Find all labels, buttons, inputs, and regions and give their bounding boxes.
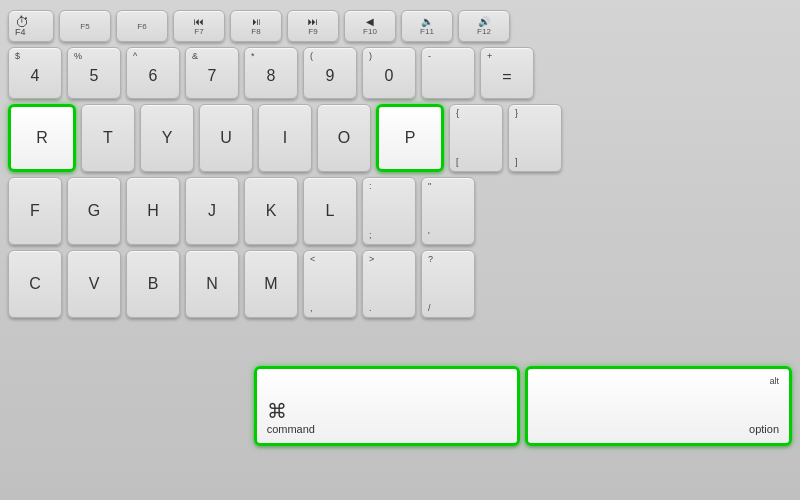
key-r[interactable]: R xyxy=(8,104,76,172)
key-0[interactable]: ) 0 xyxy=(362,47,416,99)
key-f12[interactable]: 🔊 F12 xyxy=(458,10,510,42)
command-label: command xyxy=(267,423,315,435)
key-5[interactable]: % 5 xyxy=(67,47,121,99)
key-j[interactable]: J xyxy=(185,177,239,245)
key-u[interactable]: U xyxy=(199,104,253,172)
key-f7[interactable]: ⏮ F7 xyxy=(173,10,225,42)
key-m[interactable]: M xyxy=(244,250,298,318)
key-quote[interactable]: " ' xyxy=(421,177,475,245)
option-label: option xyxy=(749,423,779,435)
key-f[interactable]: F xyxy=(8,177,62,245)
number-row: $ 4 % 5 ^ 6 & 7 * 8 ( 9 ) 0 - xyxy=(8,47,792,99)
key-6[interactable]: ^ 6 xyxy=(126,47,180,99)
key-command[interactable]: ⌘ command xyxy=(254,366,521,446)
key-minus[interactable]: - xyxy=(421,47,475,99)
key-lbracket[interactable]: { [ xyxy=(449,104,503,172)
key-i[interactable]: I xyxy=(258,104,312,172)
key-v[interactable]: V xyxy=(67,250,121,318)
zxcv-row: C V B N M < , > . ? / xyxy=(8,250,792,318)
key-g[interactable]: G xyxy=(67,177,121,245)
key-l[interactable]: L xyxy=(303,177,357,245)
key-c[interactable]: C xyxy=(8,250,62,318)
key-p[interactable]: P xyxy=(376,104,444,172)
key-9[interactable]: ( 9 xyxy=(303,47,357,99)
key-slash[interactable]: ? / xyxy=(421,250,475,318)
key-k[interactable]: K xyxy=(244,177,298,245)
key-7[interactable]: & 7 xyxy=(185,47,239,99)
key-f10[interactable]: ◀ F10 xyxy=(344,10,396,42)
bottom-row: ⌘ command alt option xyxy=(8,323,792,488)
key-f6[interactable]: F6 xyxy=(116,10,168,42)
key-t[interactable]: T xyxy=(81,104,135,172)
function-row: ⏱ F4 F5 F6 ⏮ F7 ⏯ F8 ⏭ F9 ◀ F10 🔈 F11 xyxy=(8,10,792,42)
key-f5[interactable]: F5 xyxy=(59,10,111,42)
key-f11[interactable]: 🔈 F11 xyxy=(401,10,453,42)
key-f8[interactable]: ⏯ F8 xyxy=(230,10,282,42)
key-b[interactable]: B xyxy=(126,250,180,318)
asdf-row: F G H J K L : ; " ' xyxy=(8,177,792,245)
command-icon: ⌘ xyxy=(267,401,287,421)
key-o[interactable]: O xyxy=(317,104,371,172)
key-4[interactable]: $ 4 xyxy=(8,47,62,99)
key-rbracket[interactable]: } ] xyxy=(508,104,562,172)
key-h[interactable]: H xyxy=(126,177,180,245)
key-semicolon[interactable]: : ; xyxy=(362,177,416,245)
keyboard: ⏱ F4 F5 F6 ⏮ F7 ⏯ F8 ⏭ F9 ◀ F10 🔈 F11 xyxy=(0,0,800,500)
key-f9[interactable]: ⏭ F9 xyxy=(287,10,339,42)
key-option[interactable]: alt option xyxy=(525,366,792,446)
key-equals[interactable]: + = xyxy=(480,47,534,99)
key-n[interactable]: N xyxy=(185,250,239,318)
key-comma[interactable]: < , xyxy=(303,250,357,318)
key-y[interactable]: Y xyxy=(140,104,194,172)
key-period[interactable]: > . xyxy=(362,250,416,318)
alt-label: alt xyxy=(770,377,780,386)
qwerty-row: R T Y U I O P { [ } ] xyxy=(8,104,792,172)
key-8[interactable]: * 8 xyxy=(244,47,298,99)
key-f4[interactable]: ⏱ F4 xyxy=(8,10,54,42)
